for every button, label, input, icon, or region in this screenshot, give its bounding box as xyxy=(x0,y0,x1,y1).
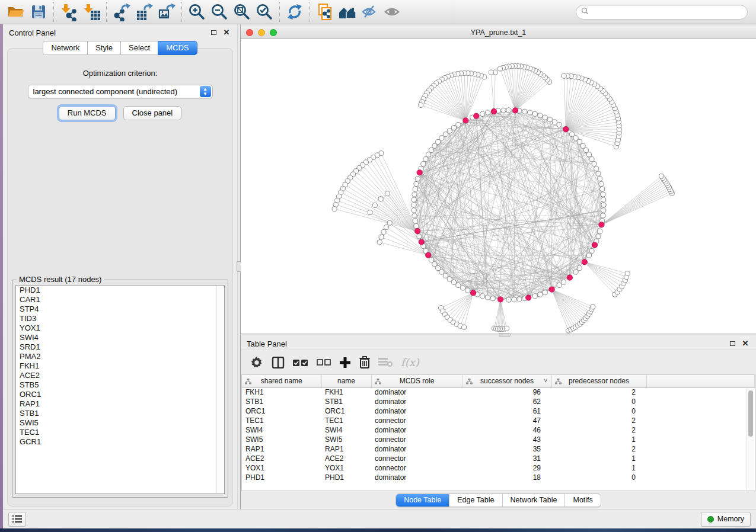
column-header-shared-name[interactable]: shared name xyxy=(242,375,321,387)
table-row[interactable]: FKH1FKH1dominator962 xyxy=(242,387,755,397)
cell-MCDS-role[interactable]: connector xyxy=(371,435,462,444)
cell-successor-nodes[interactable]: 62 xyxy=(462,397,551,406)
tab-edge-table[interactable]: Edge Table xyxy=(449,494,502,507)
table-row[interactable]: SWI4SWI4dominator462 xyxy=(242,425,755,435)
tab-network[interactable]: Network xyxy=(43,41,87,55)
cell-predecessor-nodes[interactable]: 2 xyxy=(551,416,646,425)
table-settings-gear-button[interactable] xyxy=(250,354,263,371)
cell-successor-nodes[interactable]: 47 xyxy=(462,416,551,425)
list-item[interactable]: RAP1 xyxy=(16,399,224,409)
list-item[interactable]: PMA2 xyxy=(16,352,224,361)
cell-MCDS-role[interactable]: connector xyxy=(371,416,462,425)
task-history-button[interactable] xyxy=(8,512,26,527)
list-item[interactable]: TEC1 xyxy=(16,428,224,437)
cell-predecessor-nodes[interactable]: 2 xyxy=(551,444,646,454)
horizontal-splitter[interactable] xyxy=(241,334,756,335)
zoom-fit-button[interactable] xyxy=(231,1,253,23)
export-table-button[interactable] xyxy=(133,1,155,23)
select-all-button[interactable] xyxy=(293,354,308,371)
cell-predecessor-nodes[interactable]: 1 xyxy=(551,435,646,444)
zoom-selected-button[interactable] xyxy=(253,1,276,23)
cell-successor-nodes[interactable]: 35 xyxy=(462,444,551,454)
cell-predecessor-nodes[interactable]: 0 xyxy=(551,397,646,406)
column-header-name[interactable]: name xyxy=(321,375,371,387)
list-item[interactable]: ORC1 xyxy=(16,390,224,399)
cell-shared-name[interactable]: RAP1 xyxy=(242,444,321,454)
list-item[interactable]: PHD1 xyxy=(16,286,224,295)
cell-shared-name[interactable]: YOX1 xyxy=(242,463,321,473)
list-item[interactable]: SWI5 xyxy=(16,418,224,428)
cell-shared-name[interactable]: SWI5 xyxy=(242,435,321,444)
list-item[interactable]: CAR1 xyxy=(16,295,224,305)
cell-MCDS-role[interactable]: dominator xyxy=(371,387,462,397)
float-table-panel-button[interactable] xyxy=(728,339,737,348)
cell-name[interactable]: YOX1 xyxy=(321,463,371,473)
splitter-grip[interactable] xyxy=(499,333,511,336)
search-box[interactable] xyxy=(576,5,748,20)
table-row[interactable]: ACE2ACE2connector311 xyxy=(242,454,755,463)
cell-shared-name[interactable]: ACE2 xyxy=(242,454,321,463)
tab-motifs[interactable]: Motifs xyxy=(565,494,600,507)
cell-predecessor-nodes[interactable]: 2 xyxy=(551,425,646,435)
cell-MCDS-role[interactable]: connector xyxy=(371,463,462,473)
cell-name[interactable]: SWI4 xyxy=(321,425,371,435)
memory-button[interactable]: Memory xyxy=(701,512,751,527)
import-table-button[interactable] xyxy=(80,1,103,23)
float-panel-button[interactable] xyxy=(209,28,218,37)
cell-successor-nodes[interactable]: 31 xyxy=(462,454,551,463)
cell-MCDS-role[interactable]: dominator xyxy=(371,444,462,454)
list-item[interactable]: GCR1 xyxy=(16,437,224,447)
cell-shared-name[interactable]: ORC1 xyxy=(242,406,321,416)
cell-MCDS-role[interactable]: connector xyxy=(371,454,462,463)
table-row[interactable]: TEC1TEC1connector472 xyxy=(242,416,755,425)
zoom-in-button[interactable] xyxy=(186,1,208,23)
tab-node-table[interactable]: Node Table xyxy=(396,494,449,507)
cell-name[interactable]: STB1 xyxy=(321,397,371,406)
close-table-panel-button[interactable]: ✕ xyxy=(741,339,750,348)
list-item[interactable]: STB1 xyxy=(16,409,224,418)
table-row[interactable]: YOX1YOX1connector291 xyxy=(242,463,755,473)
import-network-button[interactable] xyxy=(58,1,80,23)
cell-name[interactable]: ACE2 xyxy=(321,454,371,463)
cell-shared-name[interactable]: FKH1 xyxy=(242,387,321,397)
duplicate-network-button[interactable] xyxy=(314,1,336,23)
cell-name[interactable]: TEC1 xyxy=(321,416,371,425)
run-mcds-button[interactable]: Run MCDS xyxy=(59,106,116,120)
cell-predecessor-nodes[interactable]: 0 xyxy=(551,406,646,416)
list-scrollbar-track[interactable] xyxy=(216,286,224,493)
cell-shared-name[interactable]: PHD1 xyxy=(242,473,321,482)
close-panel-button-mcds[interactable]: Close panel xyxy=(123,106,182,120)
cell-predecessor-nodes[interactable]: 1 xyxy=(551,454,646,463)
cell-shared-name[interactable]: TEC1 xyxy=(242,416,321,425)
list-item[interactable]: STP4 xyxy=(16,305,224,314)
delete-column-button[interactable] xyxy=(359,354,370,371)
table-row[interactable]: STB1STB1dominator620 xyxy=(242,397,755,406)
add-column-button[interactable] xyxy=(339,354,351,371)
cell-successor-nodes[interactable]: 29 xyxy=(462,463,551,473)
tab-mcds[interactable]: MCDS xyxy=(158,41,197,55)
list-item[interactable]: FKH1 xyxy=(16,361,224,371)
cell-successor-nodes[interactable]: 61 xyxy=(462,406,551,416)
cell-predecessor-nodes[interactable]: 0 xyxy=(551,473,646,482)
search-input[interactable] xyxy=(589,8,742,16)
hide-labels-button[interactable] xyxy=(359,1,381,23)
cell-successor-nodes[interactable]: 43 xyxy=(462,435,551,444)
show-eye-button[interactable] xyxy=(381,1,404,23)
mcds-result-list[interactable]: PHD1CAR1STP4TID3YOX1SWI4SRD1PMA2FKH1ACE2… xyxy=(15,285,225,494)
tab-style[interactable]: Style xyxy=(87,41,120,55)
cell-shared-name[interactable]: STB1 xyxy=(242,397,321,406)
cell-successor-nodes[interactable]: 96 xyxy=(462,387,551,397)
close-panel-button[interactable]: ✕ xyxy=(222,28,231,37)
cell-MCDS-role[interactable]: dominator xyxy=(371,406,462,416)
list-item[interactable]: STB5 xyxy=(16,380,224,390)
table-row[interactable]: SWI5SWI5connector431 xyxy=(242,435,755,444)
list-item[interactable]: SRD1 xyxy=(16,342,224,352)
column-header-successor-nodes[interactable]: successor nodes˅ xyxy=(462,375,551,387)
table-scrollbar-track[interactable] xyxy=(747,388,754,490)
list-item[interactable]: YOX1 xyxy=(16,323,224,333)
cell-MCDS-role[interactable]: dominator xyxy=(371,425,462,435)
cell-name[interactable]: PHD1 xyxy=(321,473,371,482)
cell-name[interactable]: FKH1 xyxy=(321,387,371,397)
cell-successor-nodes[interactable]: 18 xyxy=(462,473,551,482)
table-row[interactable]: PHD1PHD1dominator180 xyxy=(242,473,755,482)
